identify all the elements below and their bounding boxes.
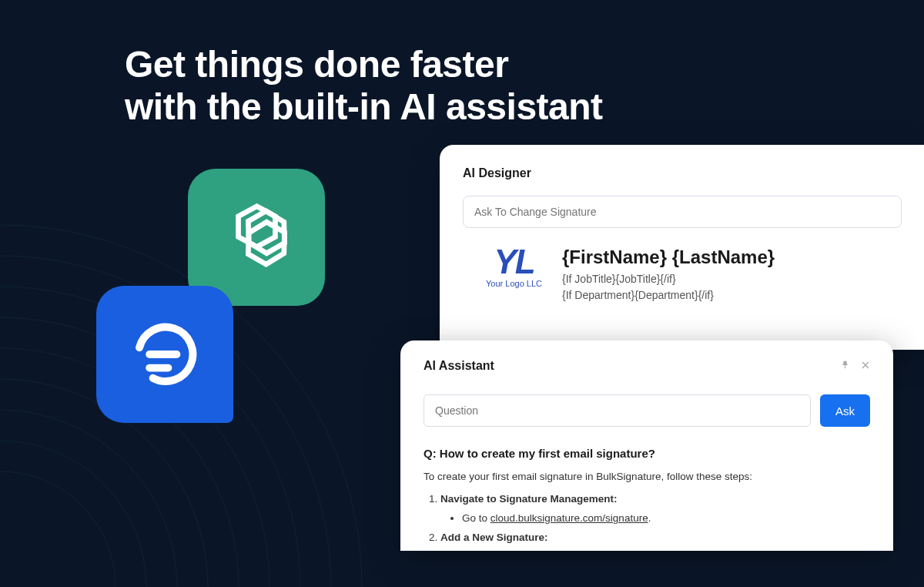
signature-logo: YL Your Logo LLC — [486, 247, 542, 304]
ai-designer-panel: AI Designer YL Your Logo LLC {FirstName}… — [440, 145, 924, 350]
designer-prompt-input[interactable] — [463, 196, 902, 228]
signature-text-block: {FirstName} {LastName} {If JobTitle}{Job… — [562, 247, 902, 304]
svg-point-2 — [0, 410, 177, 587]
qa-step-1-detail: Go to cloud.bulksignature.com/signature. — [462, 512, 870, 524]
question-input[interactable] — [424, 394, 811, 427]
qa-step-2: Add a New Signature: — [440, 532, 870, 543]
signature-jobtitle: {If JobTitle}{JobTitle}{/if} — [562, 271, 902, 287]
signature-logo-sub: Your Logo LLC — [486, 279, 542, 288]
qa-step-1-title: Navigate to Signature Management: — [440, 493, 618, 505]
qa-step-1: Navigate to Signature Management: Go to … — [440, 493, 870, 524]
svg-point-1 — [0, 441, 146, 587]
qa-step-1-link[interactable]: cloud.bulksignature.com/signature — [490, 512, 648, 524]
qa-block: Q: How to create my first email signatur… — [424, 447, 870, 543]
qa-question: Q: How to create my first email signatur… — [424, 447, 870, 460]
signature-logo-text: YL — [494, 247, 534, 277]
qa-step-1-goto: Go to — [462, 512, 490, 524]
qa-step-1-period: . — [648, 512, 651, 524]
qa-intro: To create your first email signature in … — [424, 471, 870, 482]
signature-department: {If Department}{Department}{/if} — [562, 287, 902, 304]
headline: Get things done faster with the built-in… — [125, 43, 603, 128]
headline-line2: with the built-in AI assistant — [125, 86, 603, 127]
ai-designer-title: AI Designer — [463, 166, 902, 180]
bulksignature-icon — [96, 286, 233, 423]
close-icon[interactable] — [861, 360, 870, 372]
svg-point-0 — [0, 471, 116, 587]
pin-icon[interactable] — [840, 360, 850, 372]
ai-assistant-panel: AI Assistant Ask Q: How to create my fir… — [400, 340, 893, 551]
headline-line1: Get things done faster — [125, 44, 508, 85]
qa-steps: Navigate to Signature Management: Go to … — [424, 493, 870, 543]
signature-preview: YL Your Logo LLC {FirstName} {LastName} … — [463, 247, 902, 304]
qa-step-2-title: Add a New Signature: — [440, 532, 548, 543]
ask-button[interactable]: Ask — [820, 394, 870, 427]
signature-name: {FirstName} {LastName} — [562, 247, 902, 268]
ai-assistant-title: AI Assistant — [424, 359, 494, 373]
